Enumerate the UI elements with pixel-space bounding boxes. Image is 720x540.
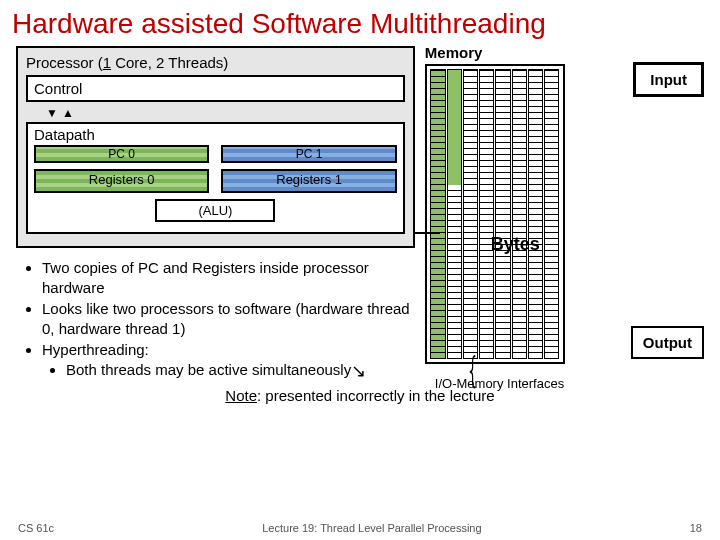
- pc0-label: PC 0: [36, 147, 207, 161]
- footer-right: 18: [690, 522, 702, 534]
- proc-title-prefix: Processor (: [26, 54, 103, 71]
- pc0-box: PC 0: [34, 145, 209, 163]
- datapath-label: Datapath: [34, 126, 397, 143]
- pc1-label: PC 1: [223, 147, 394, 161]
- input-box: Input: [633, 62, 704, 97]
- memory-label: Memory: [425, 44, 483, 61]
- bytes-label: Bytes: [491, 234, 540, 255]
- reg1-label: Registers 1: [223, 171, 394, 188]
- pc1-box: PC 1: [221, 145, 396, 163]
- processor-box: Processor (1 Core, 2 Threads) Control ▼ …: [16, 46, 415, 248]
- arrow-down-icon: ▼: [46, 106, 58, 120]
- memory-box: Bytes: [425, 64, 565, 364]
- bullet-3: Hyperthreading: Both threads may be acti…: [42, 340, 415, 379]
- mem-col: [495, 69, 510, 359]
- bullet-3a: Both threads may be active simultaneousl…: [66, 360, 415, 380]
- note-underlined: Note: [225, 387, 257, 404]
- brace-icon: ⏟: [467, 355, 499, 389]
- output-box: Output: [631, 326, 704, 359]
- mem-col: [463, 69, 478, 359]
- bullet-3-text: Hyperthreading:: [42, 341, 149, 358]
- proc-title-suffix: Core, 2 Threads): [111, 54, 228, 71]
- proc-title-core-count: 1: [103, 54, 111, 71]
- reg0-label: Registers 0: [36, 171, 207, 188]
- mem-col: [430, 69, 445, 359]
- bullet-2: Looks like two processors to software (h…: [42, 299, 415, 338]
- note-line: Note: presented incorrectly in the lectu…: [0, 387, 720, 404]
- mem-col: [512, 69, 527, 359]
- registers1-box: Registers 1: [221, 169, 396, 193]
- bullet-3a-text: Both threads may be active simultaneousl…: [66, 361, 351, 378]
- processor-title: Processor (1 Core, 2 Threads): [26, 54, 405, 71]
- alu-box: (ALU): [155, 199, 275, 222]
- bullet-list: Two copies of PC and Registers inside pr…: [42, 258, 415, 379]
- footer-mid: Lecture 19: Thread Level Parallel Proces…: [54, 522, 690, 534]
- footer-left: CS 61c: [18, 522, 54, 534]
- slide-title: Hardware assisted Software Multithreadin…: [0, 0, 720, 46]
- datapath-box: Datapath PC 0 PC 1 Registers 0 Registers…: [26, 122, 405, 234]
- control-box: Control: [26, 75, 405, 102]
- mem-col: [479, 69, 494, 359]
- mem-col: [447, 69, 462, 359]
- bullet-1: Two copies of PC and Registers inside pr…: [42, 258, 415, 297]
- mem-col: [528, 69, 543, 359]
- registers0-box: Registers 0: [34, 169, 209, 193]
- mem-col: [544, 69, 559, 359]
- arrow-up-icon: ▲: [62, 106, 74, 120]
- arrow-right-icon: ↘: [351, 360, 366, 383]
- connector-line: [414, 232, 440, 234]
